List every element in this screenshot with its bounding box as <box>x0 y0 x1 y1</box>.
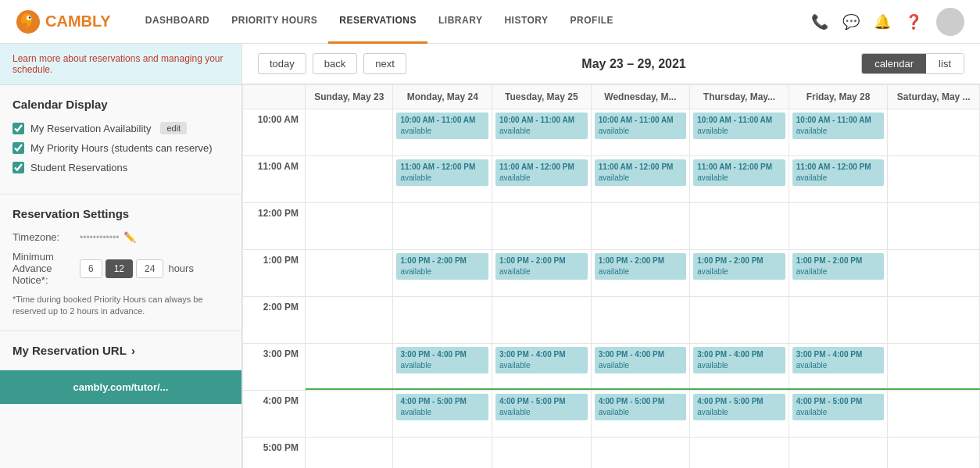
calendar-cell: 4:00 PM - 5:00 PMavailable <box>690 391 789 438</box>
time-label: 5:00 PM <box>243 438 306 469</box>
calendar-cell <box>789 297 888 344</box>
reservation-settings-section: Reservation Settings Timezone: •••••••••… <box>0 195 241 331</box>
my-reservation-url[interactable]: My Reservation URL › <box>0 331 241 370</box>
calendar-cell: 3:00 PM - 4:00 PMavailable <box>789 344 888 391</box>
list-view-button[interactable]: list <box>926 54 964 73</box>
nav-profile[interactable]: PROFILE <box>560 0 625 44</box>
availability-block[interactable]: 11:00 AM - 12:00 PMavailable <box>595 159 687 186</box>
availability-block[interactable]: 10:00 AM - 11:00 AMavailable <box>792 113 885 139</box>
priority-hours-checkbox-row: My Priority Hours (students can reserve) <box>13 142 229 154</box>
time-row: 12:00 PM <box>243 203 980 250</box>
calendar-cell: 1:00 PM - 2:00 PMavailable <box>492 250 592 297</box>
tutor-url-button[interactable]: cambly.com/tutor/... <box>0 370 241 404</box>
availability-block[interactable]: 3:00 PM - 4:00 PMavailable <box>792 347 885 373</box>
layout: Learn more about reservations and managi… <box>0 44 980 468</box>
calendar-cell <box>306 344 393 391</box>
calendar-cell <box>492 297 592 344</box>
calendar-cell: 3:00 PM - 4:00 PMavailable <box>690 344 789 391</box>
calendar-cell <box>306 391 393 438</box>
availability-block[interactable]: 3:00 PM - 4:00 PMavailable <box>595 347 687 373</box>
edit-availability-button[interactable]: edit <box>160 122 187 134</box>
notice-6-button[interactable]: 6 <box>80 259 102 278</box>
calendar-display-title: Calendar Display <box>13 98 229 111</box>
availability-checkbox-row: My Reservation Availability edit <box>13 122 229 134</box>
student-reservations-checkbox[interactable] <box>13 162 24 173</box>
time-label: 11:00 AM <box>243 156 306 203</box>
calendar-cell: 1:00 PM - 2:00 PMavailable <box>393 250 492 297</box>
calendar-cell: 11:00 AM - 12:00 PMavailable <box>591 156 690 203</box>
availability-block[interactable]: 4:00 PM - 5:00 PMavailable <box>693 394 785 420</box>
chat-icon[interactable]: 💬 <box>842 13 860 30</box>
time-label: 12:00 PM <box>243 203 306 250</box>
today-button[interactable]: today <box>258 53 306 74</box>
calendar-cell: 3:00 PM - 4:00 PMavailable <box>492 344 592 391</box>
availability-block[interactable]: 3:00 PM - 4:00 PMavailable <box>495 347 588 373</box>
notice-24-button[interactable]: 24 <box>136 259 163 278</box>
availability-block[interactable]: 11:00 AM - 12:00 PMavailable <box>693 159 785 186</box>
availability-block[interactable]: 4:00 PM - 5:00 PMavailable <box>495 394 588 420</box>
availability-block[interactable]: 10:00 AM - 11:00 AMavailable <box>495 113 588 139</box>
calendar-cell <box>306 156 393 203</box>
availability-block[interactable]: 10:00 AM - 11:00 AMavailable <box>396 113 488 139</box>
calendar-toolbar: today back next May 23 – 29, 2021 calend… <box>242 44 980 84</box>
calendar-cell <box>393 438 492 469</box>
availability-block[interactable]: 1:00 PM - 2:00 PMavailable <box>792 253 885 280</box>
availability-block[interactable]: 4:00 PM - 5:00 PMavailable <box>792 394 885 420</box>
logo[interactable]: CAMBLY <box>16 9 111 34</box>
calendar-cell <box>888 250 980 297</box>
svg-point-3 <box>29 16 30 18</box>
calendar-cell: 3:00 PM - 4:00 PMavailable <box>393 344 492 391</box>
bell-icon[interactable]: 🔔 <box>874 13 891 30</box>
availability-block[interactable]: 1:00 PM - 2:00 PMavailable <box>495 253 588 280</box>
back-button[interactable]: back <box>313 53 357 74</box>
calendar-cell: 10:00 AM - 11:00 AMavailable <box>492 109 592 156</box>
help-icon[interactable]: ❓ <box>905 13 922 30</box>
timezone-row: Timezone: •••••••••••• ✏️ <box>13 231 229 243</box>
avatar[interactable] <box>936 8 964 36</box>
col-wednesday: Wednesday, M... <box>591 85 690 109</box>
availability-block[interactable]: 10:00 AM - 11:00 AMavailable <box>693 113 785 139</box>
sidebar-info-text: Learn more about reservations and managi… <box>13 53 224 75</box>
col-sunday: Sunday, May 23 <box>306 85 393 109</box>
calendar-cell <box>888 344 980 391</box>
time-row: 5:00 PM <box>243 438 980 469</box>
availability-block[interactable]: 4:00 PM - 5:00 PMavailable <box>396 394 488 420</box>
nav-history[interactable]: HISTORY <box>493 0 559 44</box>
availability-block[interactable]: 11:00 AM - 12:00 PMavailable <box>495 159 588 186</box>
notice-12-button[interactable]: 12 <box>106 259 133 278</box>
url-arrow-icon: › <box>131 344 135 357</box>
nav-library[interactable]: LIBRARY <box>427 0 493 44</box>
nav-priority-hours[interactable]: PRIORITY HOURS <box>220 0 328 44</box>
phone-icon[interactable]: 📞 <box>811 13 828 30</box>
student-reservations-label: Student Reservations <box>30 162 127 173</box>
availability-block[interactable]: 1:00 PM - 2:00 PMavailable <box>396 253 488 280</box>
priority-hours-checkbox[interactable] <box>13 142 24 154</box>
col-saturday: Saturday, May ... <box>888 85 980 109</box>
calendar-cell <box>591 203 690 250</box>
availability-block[interactable]: 4:00 PM - 5:00 PMavailable <box>595 394 687 420</box>
availability-block[interactable]: 1:00 PM - 2:00 PMavailable <box>693 253 785 280</box>
nav-reservations[interactable]: RESERVATIONS <box>328 0 427 44</box>
nav-dashboard[interactable]: DASHBOARD <box>134 0 221 44</box>
calendar-cell <box>888 391 980 438</box>
calendar-view-button[interactable]: calendar <box>862 54 926 73</box>
logo-text: CAMBLY <box>45 13 111 30</box>
timezone-edit-icon[interactable]: ✏️ <box>123 231 136 243</box>
availability-block[interactable]: 11:00 AM - 12:00 PMavailable <box>396 159 488 186</box>
availability-block[interactable]: 3:00 PM - 4:00 PMavailable <box>396 347 488 373</box>
availability-checkbox[interactable] <box>13 123 24 134</box>
time-row: 4:00 PM4:00 PM - 5:00 PMavailable4:00 PM… <box>243 391 980 438</box>
calendar-cell <box>888 109 980 156</box>
next-button[interactable]: next <box>363 53 406 74</box>
time-row: 10:00 AM10:00 AM - 11:00 AMavailable10:0… <box>243 109 980 156</box>
calendar-cell: 11:00 AM - 12:00 PMavailable <box>492 156 592 203</box>
availability-block[interactable]: 11:00 AM - 12:00 PMavailable <box>792 159 885 186</box>
time-label: 3:00 PM <box>243 344 306 391</box>
calendar-cell <box>591 438 690 469</box>
availability-block[interactable]: 10:00 AM - 11:00 AMavailable <box>595 113 687 139</box>
availability-block[interactable]: 3:00 PM - 4:00 PMavailable <box>693 347 785 373</box>
timezone-value: •••••••••••• <box>80 232 119 243</box>
calendar-cell <box>306 438 393 469</box>
availability-block[interactable]: 1:00 PM - 2:00 PMavailable <box>595 253 687 280</box>
calendar-cell: 10:00 AM - 11:00 AMavailable <box>591 109 690 156</box>
